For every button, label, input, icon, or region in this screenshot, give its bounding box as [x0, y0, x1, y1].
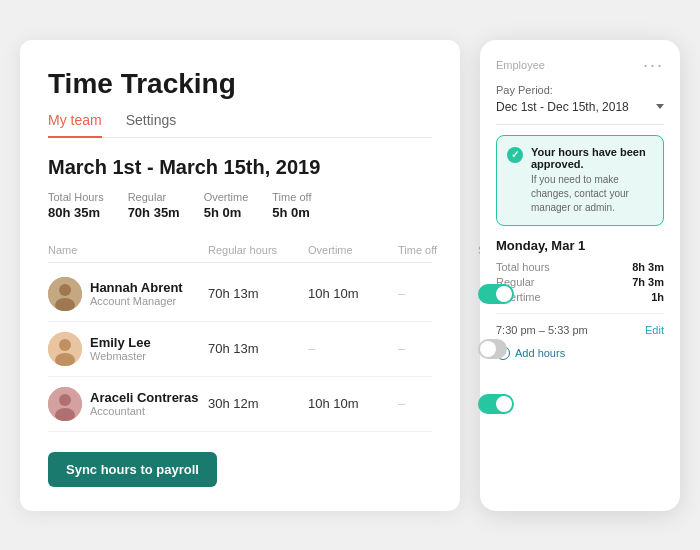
regular-hours: 70h 13m — [208, 341, 308, 356]
col-overtime: Overtime — [308, 244, 398, 256]
add-hours-label: Add hours — [515, 347, 565, 359]
pay-period-select[interactable]: Dec 1st - Dec 15th, 2018 — [496, 100, 664, 125]
col-name: Name — [48, 244, 208, 256]
banner-sub: If you need to make changes, contact you… — [531, 173, 653, 215]
day-title: Monday, Mar 1 — [496, 238, 664, 253]
stat-timeoff: Time off 5h 0m — [272, 191, 311, 220]
banner-bold: Your hours have been approved. — [531, 146, 653, 170]
status-toggle[interactable] — [478, 284, 514, 304]
stat-total-hours: Total Hours 80h 35m — [48, 191, 104, 220]
page-title: Time Tracking — [48, 68, 432, 100]
edit-link[interactable]: Edit — [645, 324, 664, 336]
banner-text: Your hours have been approved. If you ne… — [531, 146, 653, 215]
col-timeoff: Time off — [398, 244, 478, 256]
avatar — [48, 332, 82, 366]
employee-role: Webmaster — [90, 350, 151, 362]
day-stat-regular: Regular 7h 3m — [496, 276, 664, 288]
stats-row: Total Hours 80h 35m Regular 70h 35m Over… — [48, 191, 432, 220]
employee-info: Emily Lee Webmaster — [48, 332, 208, 366]
time-entry-row: 7:30 pm – 5:33 pm Edit — [496, 313, 664, 336]
timeoff-hours: – — [398, 341, 478, 356]
time-entry-text: 7:30 pm – 5:33 pm — [496, 324, 588, 336]
table-row: Hannah Abrent Account Manager 70h 13m 10… — [48, 267, 432, 322]
pay-period-label: Pay Period: — [496, 84, 664, 96]
col-regular: Regular hours — [208, 244, 308, 256]
mobile-card: Employee ··· Pay Period: Dec 1st - Dec 1… — [480, 40, 680, 511]
employee-name: Araceli Contreras — [90, 390, 198, 405]
employee-info: Hannah Abrent Account Manager — [48, 277, 208, 311]
overtime-hours: 10h 10m — [308, 286, 398, 301]
day-stat-total: Total hours 8h 3m — [496, 261, 664, 273]
desktop-card: Time Tracking My team Settings March 1st… — [20, 40, 460, 511]
tab-my-team[interactable]: My team — [48, 112, 102, 138]
timeoff-hours: – — [398, 396, 478, 411]
table-row: Araceli Contreras Accountant 30h 12m 10h… — [48, 377, 432, 432]
employee-role: Account Manager — [90, 295, 183, 307]
overtime-hours: 10h 10m — [308, 396, 398, 411]
regular-hours: 70h 13m — [208, 286, 308, 301]
approved-banner: Your hours have been approved. If you ne… — [496, 135, 664, 226]
tab-bar: My team Settings — [48, 112, 432, 138]
status-toggle[interactable] — [478, 394, 514, 414]
avatar — [48, 277, 82, 311]
tab-settings[interactable]: Settings — [126, 112, 177, 138]
regular-hours: 30h 12m — [208, 396, 308, 411]
status-toggle[interactable] — [478, 339, 507, 359]
day-stat-overtime: Overtime 1h — [496, 291, 664, 303]
employee-label: Employee — [496, 59, 545, 71]
check-icon — [507, 147, 523, 163]
svg-point-4 — [59, 339, 71, 351]
add-hours-button[interactable]: + Add hours — [496, 346, 664, 360]
date-range: March 1st - March 15th, 2019 — [48, 156, 432, 179]
employee-name: Hannah Abrent — [90, 280, 183, 295]
svg-point-7 — [59, 394, 71, 406]
employee-info: Araceli Contreras Accountant — [48, 387, 208, 421]
avatar — [48, 387, 82, 421]
more-options-icon[interactable]: ··· — [643, 56, 664, 74]
sync-button[interactable]: Sync hours to payroll — [48, 452, 217, 487]
timeoff-hours: – — [398, 286, 478, 301]
stat-regular: Regular 70h 35m — [128, 191, 180, 220]
employee-name: Emily Lee — [90, 335, 151, 350]
table-row: Emily Lee Webmaster 70h 13m – – Not appr… — [48, 322, 432, 377]
pay-period-value: Dec 1st - Dec 15th, 2018 — [496, 100, 629, 114]
overtime-hours: – — [308, 341, 398, 356]
svg-point-1 — [59, 284, 71, 296]
table-header: Name Regular hours Overtime Time off Sta… — [48, 238, 432, 263]
mobile-header: Employee ··· — [496, 56, 664, 74]
employee-role: Accountant — [90, 405, 198, 417]
stat-overtime: Overtime 5h 0m — [204, 191, 249, 220]
chevron-down-icon — [656, 104, 664, 109]
